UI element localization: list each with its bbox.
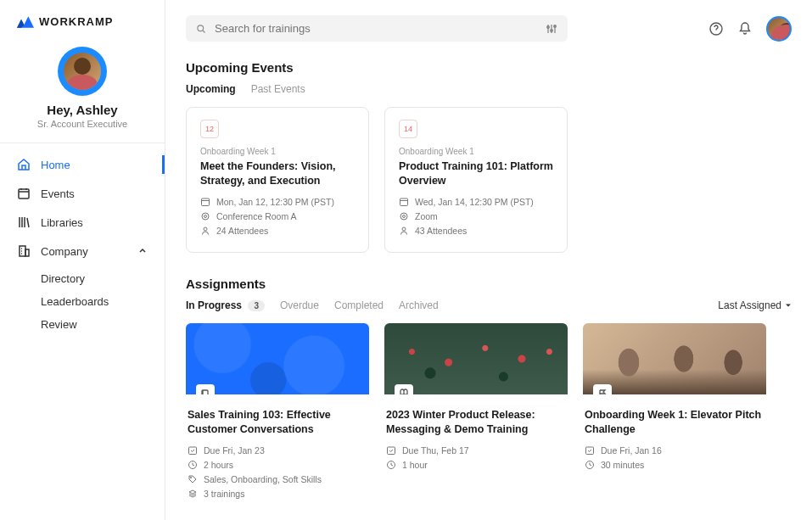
tab-past-events[interactable]: Past Events	[251, 83, 305, 95]
svg-rect-19	[388, 447, 395, 455]
tag-icon	[188, 474, 198, 484]
calendar-day-icon: 14	[399, 120, 417, 138]
search-input[interactable]	[215, 22, 537, 35]
nav-leaderboards[interactable]: Leaderboards	[41, 290, 165, 313]
svg-point-9	[202, 213, 209, 220]
guide-icon	[395, 384, 413, 394]
brand-logo[interactable]: WORKRAMP	[0, 15, 165, 36]
upcoming-heading: Upcoming Events	[186, 60, 792, 75]
topbar-actions	[708, 16, 792, 42]
assignment-due: Due Fri, Jan 16	[585, 445, 764, 456]
sort-dropdown[interactable]: Last Assigned	[718, 299, 792, 311]
svg-rect-21	[586, 447, 594, 455]
assignment-card[interactable]: Onboarding Week 1: Elevator Pitch Challe…	[583, 323, 766, 503]
event-datetime: Wed, Jan 14, 12:30 PM (PST)	[399, 197, 553, 207]
due-icon	[188, 445, 198, 456]
event-card-list: 12 Onboarding Week 1 Meet the Founders: …	[186, 107, 792, 253]
search-box[interactable]	[186, 15, 568, 42]
assignment-card-list: Sales Training 103: Effective Customer C…	[186, 323, 792, 503]
assignment-duration: 1 hour	[386, 460, 566, 470]
path-icon	[196, 384, 215, 394]
clock-icon	[188, 460, 198, 470]
nav-directory[interactable]: Directory	[41, 267, 165, 290]
user-menu-avatar[interactable]	[766, 16, 792, 42]
calendar-icon	[399, 197, 409, 207]
svg-point-3	[198, 25, 204, 31]
help-icon[interactable]	[708, 21, 724, 36]
sidebar: WORKRAMP Hey, Ashley Sr. Account Executi…	[0, 0, 165, 520]
brand-name: WORKRAMP	[39, 15, 113, 28]
assignment-tags: Sales, Onboarding, Soft Skills	[188, 474, 367, 484]
event-datetime: Mon, Jan 12, 12:30 PM (PST)	[200, 197, 355, 207]
assignment-title: Onboarding Week 1: Elevator Pitch Challe…	[585, 408, 764, 437]
nav-home[interactable]: Home	[0, 150, 165, 179]
svg-rect-8	[202, 198, 210, 206]
tab-in-progress[interactable]: In Progress 3	[186, 299, 265, 311]
event-card[interactable]: 14 Onboarding Week 1 Product Training 10…	[384, 107, 568, 253]
event-title: Meet the Founders: Vision, Strategy, and…	[200, 159, 355, 188]
assignments-heading: Assignments	[186, 277, 792, 291]
location-icon	[200, 211, 210, 221]
svg-rect-2	[25, 249, 29, 256]
assignment-due: Due Thu, Feb 17	[386, 445, 566, 456]
building-icon	[17, 244, 31, 258]
svg-point-6	[554, 25, 557, 27]
person-icon	[200, 226, 210, 236]
assignment-card[interactable]: 2023 Winter Product Release: Messaging &…	[384, 323, 568, 503]
home-icon	[17, 158, 31, 171]
upcoming-tabs: Upcoming Past Events	[186, 83, 792, 95]
assignment-thumbnail	[583, 323, 766, 394]
event-attendees: 43 Attendees	[399, 226, 553, 236]
assignment-due: Due Fri, Jan 23	[188, 445, 367, 456]
clock-icon	[585, 460, 595, 470]
event-attendees: 24 Attendees	[200, 226, 355, 236]
assignment-title: 2023 Winter Product Release: Messaging &…	[386, 408, 566, 437]
nav-events[interactable]: Events	[0, 179, 165, 208]
greeting: Hey, Ashley	[0, 103, 165, 117]
user-role: Sr. Account Executive	[0, 119, 165, 129]
library-icon	[17, 215, 31, 229]
chevron-down-icon	[785, 302, 792, 309]
svg-rect-12	[400, 198, 408, 206]
nav-company[interactable]: Company	[0, 237, 165, 266]
person-icon	[399, 226, 409, 236]
clock-icon	[386, 460, 396, 470]
topbar	[165, 0, 812, 42]
assignment-card[interactable]: Sales Training 103: Effective Customer C…	[186, 323, 369, 503]
due-icon	[386, 445, 396, 456]
svg-point-15	[402, 227, 406, 231]
bell-icon[interactable]	[737, 21, 753, 36]
assignment-thumbnail	[186, 323, 369, 394]
avatar	[58, 47, 107, 96]
nav-libraries[interactable]: Libraries	[0, 208, 165, 237]
event-title: Product Training 101: Platform Overview	[399, 159, 553, 188]
event-card[interactable]: 12 Onboarding Week 1 Meet the Founders: …	[186, 107, 369, 253]
event-location: Conference Room A	[200, 211, 355, 221]
assignment-thumbnail	[384, 323, 568, 394]
assignment-duration: 2 hours	[188, 460, 367, 470]
svg-rect-1	[20, 246, 25, 256]
svg-point-5	[551, 29, 553, 31]
workramp-logo-icon	[17, 16, 34, 28]
tab-archived[interactable]: Archived	[399, 299, 439, 311]
tab-overdue[interactable]: Overdue	[280, 299, 319, 311]
assignment-duration: 30 minutes	[585, 460, 764, 470]
nav-review[interactable]: Review	[41, 313, 165, 336]
svg-point-18	[190, 477, 191, 478]
primary-nav: Home Events Libraries Company Directory …	[0, 143, 165, 343]
user-profile[interactable]: Hey, Ashley Sr. Account Executive	[0, 36, 165, 143]
calendar-icon	[17, 187, 31, 200]
assignment-title: Sales Training 103: Effective Customer C…	[188, 408, 367, 437]
filter-icon[interactable]	[546, 23, 557, 35]
nav-events-label: Events	[41, 187, 75, 200]
main-content: Upcoming Events Upcoming Past Events 12 …	[165, 0, 812, 520]
assignments-tabs: In Progress 3 Overdue Completed Archived…	[186, 299, 792, 311]
nav-home-label: Home	[41, 159, 70, 171]
svg-rect-16	[189, 447, 197, 455]
svg-point-4	[547, 25, 550, 28]
tab-completed[interactable]: Completed	[334, 299, 384, 311]
svg-point-10	[204, 215, 207, 217]
tab-upcoming[interactable]: Upcoming	[186, 83, 236, 95]
assignment-count: 3 trainings	[188, 489, 367, 499]
svg-point-11	[204, 227, 207, 231]
